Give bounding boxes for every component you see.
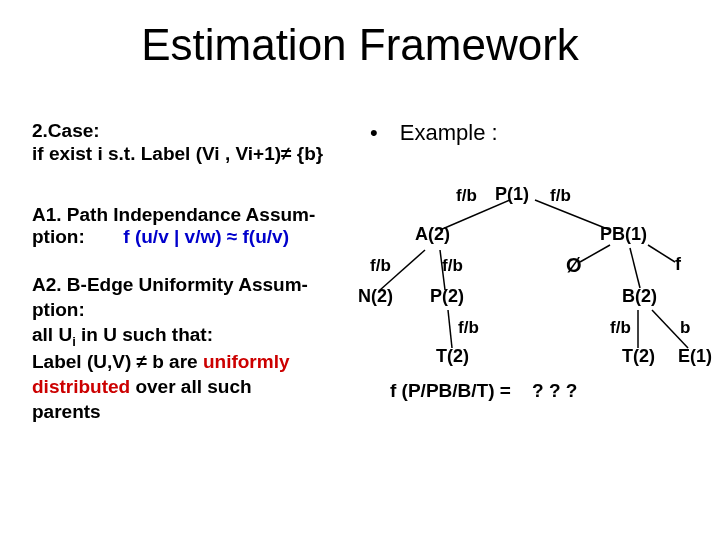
formula-rhs: ? ? ?: [532, 380, 577, 401]
assumption-a2: A2. B-Edge Uniformity Assum- ption: all …: [32, 273, 342, 424]
edge-label-b: b: [680, 318, 690, 338]
node-p1: P(1): [495, 184, 529, 205]
svg-line-1: [535, 200, 610, 230]
a2-distributed: distributed: [32, 376, 130, 397]
a1-formula: f (u/v | v/w) ≈ f(u/v): [123, 226, 289, 247]
edge-label-fb-2: f/b: [550, 186, 571, 206]
edge-label-fb-3: f/b: [370, 256, 391, 276]
a2-uniformly: uniformly: [203, 351, 290, 372]
slide-title: Estimation Framework: [0, 20, 720, 70]
bullet-icon: •: [370, 120, 378, 145]
node-empty: Ø: [566, 254, 582, 277]
assumption-a1: A1. Path Independance Assum- ption: f (u…: [32, 204, 342, 250]
a2-line3: all Ui in U such that:: [32, 323, 342, 351]
a2-line5: distributed over all such: [32, 375, 342, 400]
svg-line-6: [648, 245, 675, 262]
edge-label-fb-5: f/b: [458, 318, 479, 338]
slide: Estimation Framework 2.Case: if exist i …: [0, 0, 720, 540]
node-t2-right: T(2): [622, 346, 655, 367]
node-e1: E(1): [678, 346, 712, 367]
a2-heading: A2. B-Edge Uniformity Assum-: [32, 273, 342, 298]
svg-line-5: [630, 248, 640, 288]
case-block: 2.Case: if exist i s.t. Label (Vi , Vi+1…: [32, 120, 342, 166]
a2-line3b: in U such that:: [76, 324, 213, 345]
a1-line2: ption: f (u/v | v/w) ≈ f(u/v): [32, 226, 342, 249]
a2-line2: ption:: [32, 298, 342, 323]
a2-line5b: over all such: [130, 376, 251, 397]
svg-line-4: [580, 245, 610, 262]
tree-diagram: P(1) A(2) PB(1) N(2) P(2) Ø B(2) f T(2) …: [340, 180, 710, 520]
node-b2: B(2): [622, 286, 657, 307]
formula: f (P/PB/B/T) = ? ? ?: [390, 380, 577, 402]
case-line2: if exist i s.t. Label (Vi , Vi+1)≠ {b}: [32, 143, 342, 166]
edge-label-fb-6: f/b: [610, 318, 631, 338]
example-header: • Example :: [370, 120, 498, 146]
edge-label-fb-1: f/b: [456, 186, 477, 206]
a2-line4: Label (U,V) ≠ b are uniformly: [32, 350, 342, 375]
a2-line6: parents: [32, 400, 342, 425]
formula-lhs: f (P/PB/B/T) =: [390, 380, 511, 401]
node-n2: N(2): [358, 286, 393, 307]
edge-label-fb-4: f/b: [442, 256, 463, 276]
node-t2-left: T(2): [436, 346, 469, 367]
case-line1: 2.Case:: [32, 120, 342, 143]
node-p2: P(2): [430, 286, 464, 307]
example-label: Example :: [400, 120, 498, 145]
a1-ption: ption:: [32, 226, 85, 247]
node-pb1: PB(1): [600, 224, 647, 245]
left-column: 2.Case: if exist i s.t. Label (Vi , Vi+1…: [32, 120, 342, 424]
a2-line4a: Label (U,V) ≠ b are: [32, 351, 203, 372]
node-a2: A(2): [415, 224, 450, 245]
node-f: f: [675, 254, 681, 275]
svg-line-7: [448, 310, 452, 348]
a2-line3a: all U: [32, 324, 72, 345]
a1-heading: A1. Path Independance Assum-: [32, 204, 342, 227]
